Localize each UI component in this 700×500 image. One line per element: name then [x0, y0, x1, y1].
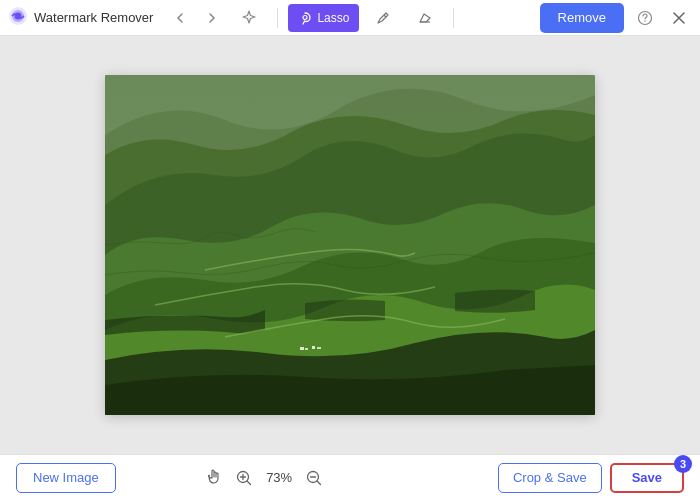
- app-title: Watermark Remover: [34, 10, 153, 25]
- svg-rect-8: [305, 348, 308, 350]
- main-image: [105, 75, 595, 415]
- divider-2: [453, 8, 454, 28]
- remove-button[interactable]: Remove: [540, 3, 624, 33]
- back-button[interactable]: [167, 5, 193, 31]
- pen-tool-button[interactable]: [365, 4, 401, 32]
- svg-rect-7: [300, 347, 304, 350]
- save-badge: 3: [674, 455, 692, 473]
- title-bar: Watermark Remover Lasso: [0, 0, 700, 36]
- app-logo: [8, 6, 28, 30]
- zoom-out-button[interactable]: [301, 465, 327, 491]
- svg-rect-10: [317, 347, 321, 349]
- divider-1: [277, 8, 278, 28]
- hand-pan-button[interactable]: [201, 465, 227, 491]
- lasso-label: Lasso: [317, 11, 349, 25]
- help-button[interactable]: [632, 5, 658, 31]
- zoom-controls: 73%: [201, 465, 327, 491]
- new-image-button[interactable]: New Image: [16, 463, 116, 493]
- close-button[interactable]: [666, 5, 692, 31]
- magic-tool-button[interactable]: [231, 4, 267, 32]
- crop-save-button[interactable]: Crop & Save: [498, 463, 602, 493]
- forward-button[interactable]: [199, 5, 225, 31]
- zoom-in-button[interactable]: [231, 465, 257, 491]
- image-container: [105, 75, 595, 415]
- save-button[interactable]: Save: [610, 463, 684, 493]
- erase-tool-button[interactable]: [407, 4, 443, 32]
- canvas-area: [0, 36, 700, 454]
- right-actions: Crop & Save Save 3: [498, 463, 684, 493]
- bottom-toolbar: New Image 73% Crop & Save Sav: [0, 454, 700, 500]
- zoom-level: 73%: [261, 470, 297, 485]
- svg-rect-9: [312, 346, 315, 349]
- lasso-tool-button[interactable]: Lasso: [288, 4, 359, 32]
- save-button-wrapper: Save 3: [610, 463, 684, 493]
- svg-point-3: [303, 15, 307, 19]
- svg-point-5: [644, 20, 645, 21]
